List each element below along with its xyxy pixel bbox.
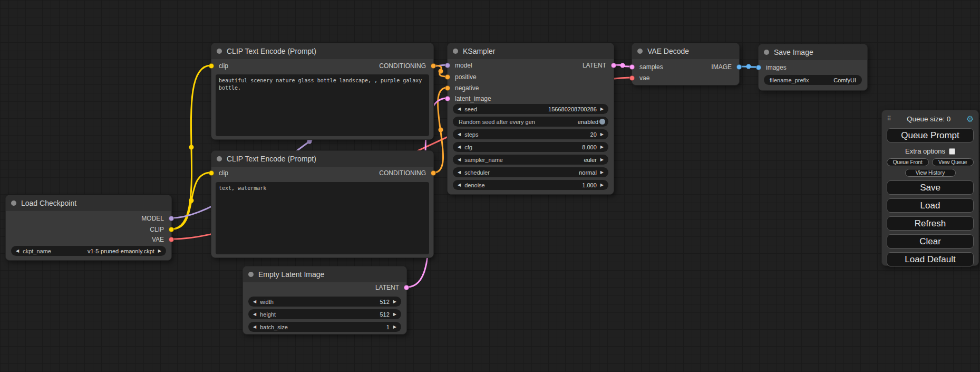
extra-options-checkbox[interactable] xyxy=(949,148,955,155)
conditioning-port-icon[interactable] xyxy=(445,85,450,91)
conditioning-port-icon[interactable] xyxy=(445,74,450,80)
ckpt-name-widget[interactable]: ◀ ckpt_name v1-5-pruned-emaonly.ckpt ▶ xyxy=(11,246,166,256)
node-title-bar[interactable]: Save Image xyxy=(759,44,867,60)
increment-arrow-icon[interactable]: ▶ xyxy=(600,183,604,187)
input-slot-negative[interactable]: negative xyxy=(448,83,479,93)
negative-prompt-textarea[interactable]: text, watermark xyxy=(216,182,429,254)
view-queue-button[interactable]: View Queue xyxy=(932,158,974,166)
node-clip-text-encode-negative[interactable]: CLIP Text Encode (Prompt) clip CONDITION… xyxy=(211,150,434,258)
output-slot-vae[interactable]: VAE xyxy=(152,234,171,245)
positive-prompt-textarea[interactable]: beautiful scenery nature glass bottle la… xyxy=(216,74,429,136)
collapse-dot-icon[interactable] xyxy=(248,272,254,277)
model-port-icon[interactable] xyxy=(169,216,174,221)
input-slot-images[interactable]: images xyxy=(759,62,787,73)
collapse-dot-icon[interactable] xyxy=(453,49,458,54)
decrement-arrow-icon[interactable]: ◀ xyxy=(16,249,19,253)
conditioning-port-icon[interactable] xyxy=(431,63,436,69)
collapse-dot-icon[interactable] xyxy=(217,156,222,161)
collapse-dot-icon[interactable] xyxy=(637,49,643,54)
increment-arrow-icon[interactable]: ▶ xyxy=(600,145,604,149)
latent-port-icon[interactable] xyxy=(404,285,409,290)
denoise-widget[interactable]: ◀ denoise 1.000 ▶ xyxy=(453,180,608,190)
node-title-bar[interactable]: CLIP Text Encode (Prompt) xyxy=(211,43,433,59)
decrement-arrow-icon[interactable]: ◀ xyxy=(458,145,461,149)
steps-widget[interactable]: ◀ steps 20 ▶ xyxy=(453,129,608,139)
vae-port-icon[interactable] xyxy=(629,75,635,81)
increment-arrow-icon[interactable]: ▶ xyxy=(393,300,396,304)
random-seed-toggle-widget[interactable]: Random seed after every gen enabled xyxy=(453,117,608,127)
input-slot-samples[interactable]: samples xyxy=(632,62,663,72)
height-widget[interactable]: ◀ height 512 ▶ xyxy=(248,309,401,319)
drag-handle-icon[interactable]: ⠿ xyxy=(887,115,891,122)
image-port-icon[interactable] xyxy=(736,64,742,70)
batch-size-widget[interactable]: ◀ batch_size 1 ▶ xyxy=(248,322,401,332)
decrement-arrow-icon[interactable]: ◀ xyxy=(458,158,461,162)
decrement-arrow-icon[interactable]: ◀ xyxy=(458,183,461,187)
decrement-arrow-icon[interactable]: ◀ xyxy=(458,170,461,175)
input-slot-clip[interactable]: clip xyxy=(211,61,228,71)
node-title-bar[interactable]: VAE Decode xyxy=(632,43,739,59)
queue-front-button[interactable]: Queue Front xyxy=(887,158,929,166)
load-default-button[interactable]: Load Default xyxy=(887,252,974,266)
settings-gear-icon[interactable]: ⚙ xyxy=(966,114,974,124)
node-load-checkpoint[interactable]: Load Checkpoint MODEL CLIP VAE ◀ ckpt_na… xyxy=(5,195,172,261)
decrement-arrow-icon[interactable]: ◀ xyxy=(253,300,256,304)
output-slot-conditioning[interactable]: CONDITIONING xyxy=(379,168,433,178)
decrement-arrow-icon[interactable]: ◀ xyxy=(458,107,461,111)
output-slot-latent[interactable]: LATENT xyxy=(583,60,614,71)
vae-port-icon[interactable] xyxy=(169,237,174,242)
latent-port-icon[interactable] xyxy=(629,64,635,70)
node-title-bar[interactable]: CLIP Text Encode (Prompt) xyxy=(211,151,433,167)
clear-button[interactable]: Clear xyxy=(887,234,974,249)
latent-port-icon[interactable] xyxy=(611,63,616,68)
increment-arrow-icon[interactable]: ▶ xyxy=(393,325,396,329)
output-slot-conditioning[interactable]: CONDITIONING xyxy=(379,61,433,71)
queue-prompt-button[interactable]: Queue Prompt xyxy=(887,128,974,142)
model-port-icon[interactable] xyxy=(445,63,450,68)
node-vae-decode[interactable]: VAE Decode samples vae IMAGE xyxy=(632,43,740,85)
node-empty-latent-image[interactable]: Empty Latent Image LATENT ◀ width 512 ▶ … xyxy=(242,266,407,335)
decrement-arrow-icon[interactable]: ◀ xyxy=(253,312,256,317)
node-title-bar[interactable]: Empty Latent Image xyxy=(243,266,406,282)
increment-arrow-icon[interactable]: ▶ xyxy=(600,107,604,111)
image-port-icon[interactable] xyxy=(756,65,761,70)
increment-arrow-icon[interactable]: ▶ xyxy=(393,312,396,317)
increment-arrow-icon[interactable]: ▶ xyxy=(158,249,161,253)
input-slot-positive[interactable]: positive xyxy=(448,72,477,82)
node-clip-text-encode-positive[interactable]: CLIP Text Encode (Prompt) clip CONDITION… xyxy=(211,43,434,140)
node-title-bar[interactable]: Load Checkpoint xyxy=(6,195,171,211)
node-ksampler[interactable]: KSampler model positive negative latent_… xyxy=(447,43,614,195)
output-slot-latent[interactable]: LATENT xyxy=(375,282,406,293)
filename-prefix-widget[interactable]: filename_prefix ComfyUI xyxy=(764,75,862,85)
refresh-button[interactable]: Refresh xyxy=(887,216,974,231)
sampler-name-widget[interactable]: ◀ sampler_name euler ▶ xyxy=(453,155,608,165)
scheduler-widget[interactable]: ◀ scheduler normal ▶ xyxy=(453,167,608,177)
collapse-dot-icon[interactable] xyxy=(764,50,769,55)
input-slot-model[interactable]: model xyxy=(448,60,472,71)
output-slot-model[interactable]: MODEL xyxy=(141,213,171,224)
width-widget[interactable]: ◀ width 512 ▶ xyxy=(248,297,401,307)
toggle-knob-icon[interactable] xyxy=(599,119,605,125)
increment-arrow-icon[interactable]: ▶ xyxy=(600,132,604,137)
load-button[interactable]: Load xyxy=(887,198,974,213)
save-button[interactable]: Save xyxy=(887,180,974,195)
seed-widget[interactable]: ◀ seed 156680208700286 ▶ xyxy=(453,104,608,114)
decrement-arrow-icon[interactable]: ◀ xyxy=(253,325,256,329)
node-save-image[interactable]: Save Image images filename_prefix ComfyU… xyxy=(758,44,868,91)
graph-canvas[interactable]: { "colors": { "model": "#B39DDB", "clip"… xyxy=(0,0,980,372)
increment-arrow-icon[interactable]: ▶ xyxy=(600,158,604,162)
latent-port-icon[interactable] xyxy=(445,96,450,101)
increment-arrow-icon[interactable]: ▶ xyxy=(600,170,604,175)
output-slot-clip[interactable]: CLIP xyxy=(150,224,171,235)
node-title-bar[interactable]: KSampler xyxy=(448,43,614,59)
collapse-dot-icon[interactable] xyxy=(217,49,222,54)
cfg-widget[interactable]: ◀ cfg 8.000 ▶ xyxy=(453,142,608,152)
conditioning-port-icon[interactable] xyxy=(431,170,436,176)
clip-port-icon[interactable] xyxy=(209,63,214,69)
output-slot-image[interactable]: IMAGE xyxy=(711,62,739,72)
input-slot-clip[interactable]: clip xyxy=(211,168,228,178)
input-slot-vae[interactable]: vae xyxy=(632,73,649,83)
input-slot-latent-image[interactable]: latent_image xyxy=(448,93,491,104)
decrement-arrow-icon[interactable]: ◀ xyxy=(458,132,461,137)
clip-port-icon[interactable] xyxy=(169,227,174,232)
